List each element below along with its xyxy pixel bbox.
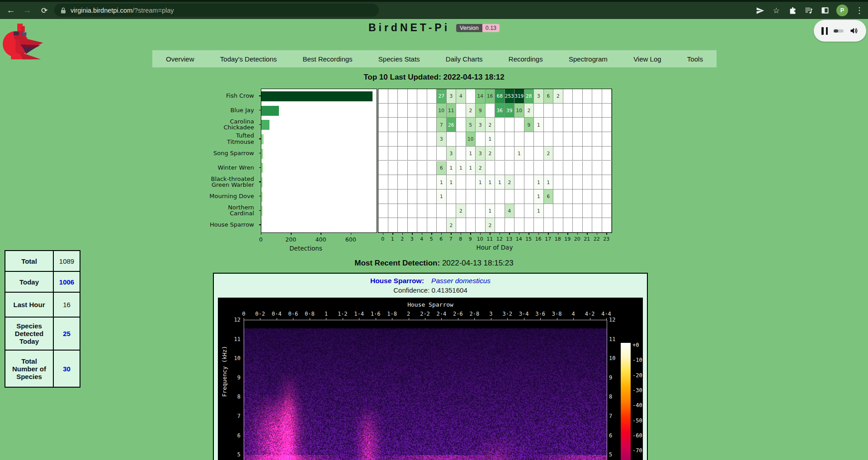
heatmap-cell: 9 — [476, 104, 486, 118]
spectrogram-time-tick: 1·6 — [371, 311, 381, 317]
heatmap-cell — [592, 175, 602, 190]
heatmap-cell — [505, 218, 515, 232]
heatmap-cell — [378, 204, 388, 218]
heatmap-cell — [427, 218, 437, 232]
spectrogram-time-tick: 0·4 — [272, 311, 282, 317]
nav-item-today-s-detections[interactable]: Today's Detections — [220, 55, 277, 63]
heatmap-cell — [447, 190, 457, 204]
heatmap-cell — [563, 175, 573, 190]
stats-value-link[interactable]: 25 — [53, 317, 80, 350]
heatmap-cell — [583, 161, 593, 175]
colorbar-tick-label: +0 — [632, 342, 639, 348]
heatmap-cell — [408, 218, 418, 232]
heatmap-cell: 2 — [447, 218, 457, 232]
nav-item-best-recordings[interactable]: Best Recordings — [303, 55, 353, 63]
heatmap-cell: 1 — [534, 118, 544, 132]
hour-axis-tick — [412, 233, 412, 235]
species-tick — [259, 167, 261, 168]
heatmap-cell — [553, 204, 563, 218]
heatmap-cell — [486, 161, 495, 175]
heatmap-cell — [563, 218, 573, 232]
hour-axis-tick-label: 14 — [516, 236, 522, 242]
hour-axis-tick — [597, 233, 597, 235]
stats-value-link[interactable]: 30 — [53, 350, 80, 387]
species-common-name-link[interactable]: House Sparrow: — [370, 277, 424, 285]
hour-axis-tick-label: 3 — [410, 236, 414, 242]
nav-item-daily-charts[interactable]: Daily Charts — [446, 55, 483, 63]
spectrogram-colorbar — [621, 343, 631, 460]
heatmap-cell — [544, 132, 554, 147]
media-controls-icon[interactable] — [804, 5, 814, 15]
nav-item-view-log[interactable]: View Log — [633, 55, 661, 63]
spectrogram-freq-tick-left: 7 — [225, 413, 241, 419]
hour-axis-tick — [538, 233, 539, 235]
hour-axis-tick — [392, 233, 393, 235]
address-bar[interactable]: virginia.birdnetpi.com/?stream=play — [54, 4, 379, 17]
seek-slider[interactable] — [834, 29, 844, 33]
spectrogram-time-tickmark — [376, 318, 376, 320]
heatmap-cell — [398, 175, 408, 190]
side-panel-icon[interactable] — [820, 5, 830, 15]
heatmap-cell — [583, 104, 593, 118]
browser-reload-button[interactable]: ⟳ — [38, 2, 51, 19]
extensions-icon[interactable] — [788, 5, 797, 15]
nav-item-spectrogram[interactable]: Spectrogram — [569, 55, 608, 63]
hour-axis-tick-label: 13 — [506, 236, 512, 242]
hour-axis-tick — [567, 233, 568, 235]
browser-menu-icon[interactable]: ⋮ — [854, 5, 864, 15]
heatmap-cell — [563, 147, 573, 161]
heatmap-cell: 1 — [486, 132, 495, 147]
heatmap-cell — [573, 218, 583, 232]
spectrogram-image: House Sparrow Frequency (kHz) 00·20·40·6… — [218, 298, 643, 460]
browser-forward-button[interactable]: → — [21, 2, 33, 19]
stats-value-link[interactable]: 1006 — [53, 271, 80, 292]
heatmap-cell: 2 — [553, 89, 563, 104]
volume-icon[interactable] — [849, 26, 859, 35]
bar-axis-tick-label: 400 — [316, 236, 326, 243]
heatmap-cell — [583, 175, 593, 190]
heatmap-cell: 319 — [514, 89, 524, 104]
heatmap-cell — [514, 132, 524, 147]
pause-button[interactable] — [821, 27, 828, 35]
heatmap-cell: 14 — [476, 89, 486, 104]
heatmap-cell — [514, 118, 524, 132]
heatmap-cell: 6 — [437, 161, 447, 175]
heatmap-cell — [583, 89, 593, 104]
hour-axis-tick-label: 2 — [401, 236, 404, 242]
heatmap-cell: 10 — [437, 104, 447, 118]
heatmap-cell — [456, 190, 466, 204]
heatmap-cell — [427, 147, 437, 161]
heatmap-cell: 2 — [524, 104, 534, 118]
spectrogram-time-tick: 2·8 — [470, 311, 480, 317]
heatmap-cell — [476, 218, 486, 232]
version-label: Version — [456, 24, 482, 32]
heatmap-cell — [447, 204, 457, 218]
share-icon[interactable] — [755, 5, 765, 15]
heatmap-cell — [534, 147, 544, 161]
heatmap-cell — [408, 89, 418, 104]
top10-chart: Fish CrowBlue JayCarolina ChickadeeTufte… — [195, 89, 620, 251]
profile-avatar[interactable]: P — [836, 5, 848, 16]
stats-row: Total Number of Species30 — [5, 350, 80, 387]
heatmap-cell — [447, 132, 457, 147]
browser-back-button[interactable]: ← — [5, 2, 17, 19]
heatmap-cell — [553, 218, 563, 232]
heatmap-cell — [378, 175, 388, 190]
heatmap-cell — [534, 161, 544, 175]
birdnetpi-page: { "browser": { "url_host": "virginia.bir… — [0, 0, 868, 460]
heatmap-cell — [553, 175, 563, 190]
heatmap-cell — [456, 104, 466, 118]
bookmark-star-icon[interactable]: ☆ — [771, 5, 781, 15]
heatmap-cell — [486, 190, 495, 204]
species-scientific-name-link[interactable]: Passer domesticus — [431, 277, 491, 285]
nav-item-tools[interactable]: Tools — [687, 55, 703, 63]
nav-item-overview[interactable]: Overview — [166, 55, 194, 63]
spectrogram-freq-tick-left: 11 — [225, 336, 241, 342]
heatmap-cell: 3 — [447, 89, 457, 104]
nav-item-recordings[interactable]: Recordings — [509, 55, 543, 63]
heatmap-cell — [592, 204, 602, 218]
spectrogram-time-tick: 1·4 — [354, 311, 364, 317]
spectrogram-freq-tick-right: 5 — [609, 451, 612, 458]
heatmap-cell — [592, 89, 602, 104]
nav-item-species-stats[interactable]: Species Stats — [378, 55, 420, 63]
